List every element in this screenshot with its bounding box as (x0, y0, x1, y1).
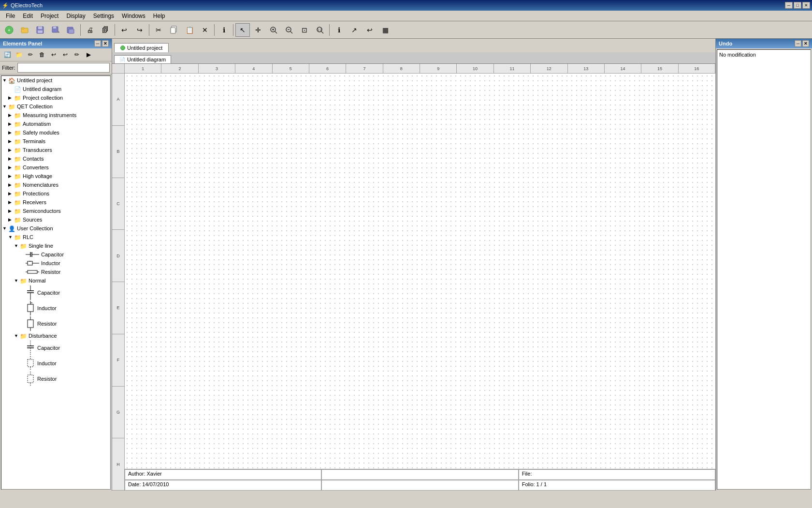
copy-button[interactable] (167, 23, 181, 37)
expand-icon[interactable]: ▶ (8, 181, 14, 189)
redo-button[interactable]: ↪ (132, 23, 147, 37)
move-tool[interactable]: ✛ (251, 23, 265, 37)
minimize-button[interactable]: ─ (785, 2, 793, 9)
tree-item-rlc[interactable]: ▼ 📁 RLC (1, 233, 110, 241)
expand-icon[interactable]: ▶ (8, 94, 14, 102)
list-item[interactable]: Capacitor (1, 250, 110, 259)
cut-button[interactable]: ✂ (151, 23, 166, 37)
menu-edit[interactable]: Edit (19, 12, 37, 20)
orient1-button[interactable]: ↗ (347, 23, 362, 37)
menu-settings[interactable]: Settings (89, 12, 118, 20)
tree-item-receivers[interactable]: ▶ 📁 Receivers (1, 198, 110, 207)
list-item[interactable]: Capacitor (1, 285, 110, 300)
zoom-in-button[interactable] (266, 23, 281, 37)
info-button[interactable]: ℹ (217, 23, 231, 37)
save-all-button[interactable] (64, 23, 78, 37)
filter-input[interactable] (17, 63, 110, 73)
tree-item-normal[interactable]: ▼ 📁 Normal (1, 276, 110, 285)
tree-item-terminals[interactable]: ▶ 📁 Terminals (1, 137, 110, 146)
tree-item-nomenclatures[interactable]: ▶ 📁 Nomenclatures (1, 180, 110, 189)
tree-item-disturbance[interactable]: ▼ 📁 Disturbance (1, 331, 110, 340)
maximize-button[interactable]: □ (794, 2, 801, 9)
panel-undo-btn[interactable]: ↩ (60, 49, 71, 60)
tree-item-measuring[interactable]: ▶ 📁 Measuring instruments (1, 111, 110, 120)
element-info-button[interactable]: ℹ (332, 23, 346, 37)
panel-minimize[interactable]: ─ (94, 40, 101, 47)
orient2-button[interactable]: ↩ (362, 23, 377, 37)
expand-icon[interactable]: ▶ (8, 164, 14, 171)
paste-button[interactable]: 📋 (182, 23, 197, 37)
tree-item-highvoltage[interactable]: ▶ 📁 High voltage (1, 172, 110, 180)
zoom-out-button[interactable] (282, 23, 296, 37)
list-item[interactable]: Resistor (1, 371, 110, 387)
panel-close[interactable]: ✕ (102, 40, 109, 47)
tree-item-untitled-project[interactable]: ▼ 🏠 Untitled project (1, 76, 110, 85)
undo-panel-minimize[interactable]: ─ (795, 40, 801, 47)
menu-windows[interactable]: Windows (118, 12, 149, 20)
tree-item-project-collection[interactable]: ▶ 📁 Project collection (1, 93, 110, 102)
close-button[interactable]: ✕ (802, 2, 810, 9)
list-item[interactable]: Capacitor (1, 340, 110, 356)
menu-project[interactable]: Project (37, 12, 62, 20)
tree-container[interactable]: ▼ 🏠 Untitled project 📄 Untitled diagram … (1, 75, 111, 490)
select-tool[interactable]: ↖ (235, 23, 250, 37)
tree-item-automatism[interactable]: ▶ 📁 Automatism (1, 120, 110, 128)
panel-refresh-btn[interactable]: ↩ (48, 49, 59, 60)
tree-item-user-collection[interactable]: ▼ 👤 User Collection (1, 224, 110, 233)
list-item[interactable]: Inductor (1, 300, 110, 316)
tree-item-contacts[interactable]: ▶ 📁 Contacts (1, 154, 110, 163)
expand-icon[interactable]: ▶ (8, 137, 14, 145)
expand-icon[interactable]: ▶ (8, 198, 14, 206)
print-button[interactable]: 🖨 (83, 23, 97, 37)
expand-icon[interactable]: ▼ (2, 224, 8, 232)
grid-area[interactable] (125, 74, 715, 469)
tree-item-sources[interactable]: ▶ 📁 Sources (1, 215, 110, 224)
expand-icon[interactable]: ▼ (8, 233, 14, 241)
list-item[interactable]: Inductor (1, 356, 110, 371)
expand-icon[interactable]: ▼ (2, 76, 8, 84)
expand-icon[interactable]: ▶ (8, 172, 14, 180)
grid-button[interactable]: ▦ (378, 23, 392, 37)
diagram-tab-untitled[interactable]: 📄 Untitled diagram (114, 55, 171, 63)
tree-item-untitled-diagram[interactable]: 📄 Untitled diagram (1, 85, 110, 93)
menu-file[interactable]: File (2, 12, 19, 20)
expand-icon[interactable]: ▶ (8, 146, 14, 154)
project-tab-untitled[interactable]: Untitled project (114, 43, 169, 52)
menu-display[interactable]: Display (62, 12, 89, 20)
expand-icon[interactable]: ▼ (14, 332, 20, 340)
expand-icon[interactable]: ▶ (8, 111, 14, 119)
expand-icon[interactable]: ▼ (2, 103, 8, 110)
tree-item-converters[interactable]: ▶ 📁 Converters (1, 163, 110, 172)
expand-icon[interactable]: ▶ (8, 129, 14, 136)
expand-icon[interactable]: ▶ (8, 120, 14, 128)
menu-help[interactable]: Help (149, 12, 169, 20)
tree-item-safety[interactable]: ▶ 📁 Safety modules (1, 128, 110, 137)
open-button[interactable] (17, 23, 32, 37)
panel-reload-btn[interactable]: 🔄 (2, 49, 13, 60)
undo-panel-close[interactable]: ✕ (802, 40, 809, 47)
delete-button[interactable]: ✕ (198, 23, 212, 37)
tree-item-qet-collection[interactable]: ▼ 📁 QET Collection (1, 102, 110, 111)
save-button[interactable] (33, 23, 47, 37)
panel-new-btn[interactable]: 📁 (14, 49, 24, 60)
panel-edit-btn[interactable]: ✏ (25, 49, 36, 60)
tree-item-transducers[interactable]: ▶ 📁 Transducers (1, 146, 110, 154)
expand-icon[interactable]: ▶ (8, 155, 14, 163)
expand-icon[interactable]: ▼ (14, 242, 20, 250)
list-item[interactable]: Resistor (1, 268, 110, 276)
tree-item-semiconductors[interactable]: ▶ 📁 Semiconductors (1, 207, 110, 215)
panel-info-btn[interactable]: ✏ (72, 49, 82, 60)
list-item[interactable]: Resistor (1, 316, 110, 331)
tree-item-singleline[interactable]: ▼ 📁 Single line (1, 241, 110, 250)
expand-icon[interactable]: ▶ (8, 190, 14, 197)
zoom-reset-button[interactable]: 1:1 (313, 23, 327, 37)
expand-icon[interactable]: ▼ (14, 277, 20, 284)
print-preview-button[interactable]: 🗐 (98, 23, 113, 37)
expand-icon[interactable]: ▶ (8, 207, 14, 215)
list-item[interactable]: Inductor (1, 259, 110, 268)
panel-more-btn[interactable]: ▶ (83, 49, 94, 60)
zoom-fit-button[interactable]: ⊡ (297, 23, 312, 37)
new-button[interactable]: + (2, 23, 16, 37)
undo-button[interactable]: ↩ (117, 23, 131, 37)
expand-icon[interactable]: ▶ (8, 216, 14, 224)
